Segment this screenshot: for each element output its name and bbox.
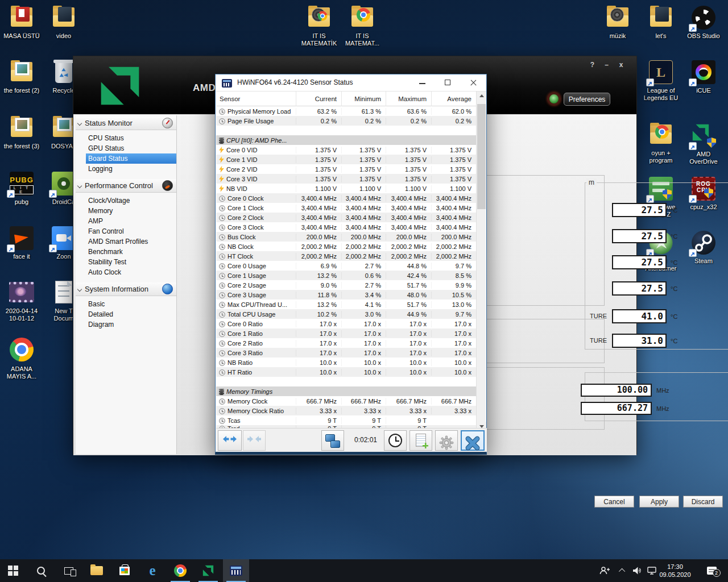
column-header-average[interactable]: Average [431, 92, 476, 106]
sensor-row[interactable]: NB VID1.100 V1.100 V1.100 V1.100 V [216, 184, 476, 193]
taskbar-start-button[interactable] [0, 559, 26, 582]
sensor-row[interactable]: Core 1 Clock3,400.4 MHz3,400.4 MHz3,400.… [216, 203, 476, 213]
desktop-icon-oyun-program[interactable]: oyun +program [639, 122, 682, 164]
sensor-row[interactable]: Core 2 Ratio17.0 x17.0 x17.0 x17.0 x [216, 338, 476, 348]
sensor-row[interactable]: Core 2 Usage9.0 %2.7 %51.7 %9.9 % [216, 280, 476, 290]
people-icon[interactable] [596, 559, 613, 582]
sensor-row[interactable]: HT Clock2,000.2 MHz2,000.2 MHz2,000.2 MH… [216, 251, 476, 261]
desktop-icon-league-of-legends[interactable]: LLeague ofLegends EU [639, 59, 682, 102]
amd-minimize-button[interactable]: – [601, 61, 613, 69]
sensor-row[interactable]: Memory Clock666.7 MHz666.7 MHz666.7 MHz6… [216, 396, 476, 406]
amd-close-button[interactable]: x [615, 61, 627, 69]
clock-button[interactable] [384, 430, 407, 451]
hwinfo-close-button[interactable] [461, 74, 486, 91]
sidebar-section-status-monitor[interactable]: Status Monitor [76, 117, 176, 130]
sensor-row[interactable]: Page File Usage0.2 %0.2 %0.2 %0.2 % [216, 116, 476, 126]
sensor-table-header[interactable]: SensorCurrentMinimumMaximumAverage [216, 92, 476, 106]
remote-monitoring-button[interactable] [321, 430, 344, 451]
sidebar-item-gpu-status[interactable]: GPU Status [76, 143, 176, 153]
settings-button[interactable] [435, 430, 458, 451]
sensor-row[interactable]: Core 1 Ratio17.0 x17.0 x17.0 x17.0 x [216, 329, 476, 338]
taskbar-file-explorer-button[interactable] [84, 559, 110, 582]
hwinfo-minimize-button[interactable] [410, 74, 435, 91]
sensor-row[interactable]: Core 1 Usage13.2 %0.6 %42.4 %8.5 % [216, 271, 476, 280]
navigate-arrows-button[interactable] [218, 430, 242, 451]
cancel-button[interactable]: Cancel [594, 496, 634, 508]
sensor-row[interactable]: Physical Memory Load63.2 %61.3 %63.6 %62… [216, 106, 476, 116]
desktop-icon-video-2020-04-14[interactable]: 2020-04-1410-01-12 [0, 280, 43, 322]
sidebar-item-amd-smart-profiles[interactable]: AMD Smart Profiles [76, 236, 176, 247]
desktop-icon-the-forest-2[interactable]: the forest (2) [0, 59, 43, 94]
hwinfo-maximize-button[interactable] [435, 74, 461, 91]
sidebar-item-fan-control[interactable]: Fan Control [76, 226, 176, 236]
tray-overflow-chevron-icon[interactable] [615, 559, 630, 582]
column-header-sensor[interactable]: Sensor [216, 92, 296, 106]
taskbar-store-button[interactable] [111, 559, 138, 582]
taskbar-edge-button[interactable]: e [139, 559, 166, 582]
sidebar-item-diagram[interactable]: Diagram [76, 319, 176, 330]
desktop-icon-adana-mayis[interactable]: ADANAMAYIS A... [0, 336, 43, 380]
preferences-button[interactable]: Preferences [564, 93, 610, 106]
sidebar-item-auto-clock[interactable]: Auto Clock [76, 267, 176, 277]
sensor-row[interactable]: Core 0 Clock3,400.4 MHz3,400.4 MHz3,400.… [216, 193, 476, 203]
collapse-arrows-button[interactable] [243, 430, 266, 451]
close-button[interactable] [461, 430, 485, 451]
sensor-row[interactable]: Core 2 VID1.375 V1.375 V1.375 V1.375 V [216, 164, 476, 174]
sensor-row[interactable]: Core 3 Usage11.8 %3.4 %48.0 %10.5 % [216, 290, 476, 300]
sensor-row[interactable]: Max CPU/Thread U...13.2 %4.1 %51.7 %13.0… [216, 300, 476, 309]
sensor-section-row[interactable]: CPU [#0]: AMD Phe... [216, 135, 476, 145]
sidebar-item-amp[interactable]: AMP [76, 216, 176, 226]
apply-button[interactable]: Apply [639, 496, 679, 508]
clock[interactable]: 17:30 09.05.2020 [655, 563, 695, 579]
sensor-row[interactable]: Bus Clock200.0 MHz200.0 MHz200.0 MHz200.… [216, 232, 476, 242]
sidebar-item-basic[interactable]: Basic [76, 299, 176, 309]
sensor-row[interactable]: NB Ratio10.0 x10.0 x10.0 x10.0 x [216, 357, 476, 367]
taskbar-chrome-button[interactable] [167, 559, 193, 582]
sensor-row[interactable]: Core 0 Ratio17.0 x17.0 x17.0 x17.0 x [216, 319, 476, 329]
volume-icon[interactable] [630, 559, 645, 582]
sidebar-section-system-information[interactable]: System Information [76, 282, 176, 296]
scroll-up-button[interactable] [477, 92, 486, 101]
sensor-row[interactable]: Core 3 Ratio17.0 x17.0 x17.0 x17.0 x [216, 348, 476, 357]
sidebar-item-stability-test[interactable]: Stability Test [76, 257, 176, 267]
sensor-row[interactable]: Core 2 Clock3,400.4 MHz3,400.4 MHz3,400.… [216, 213, 476, 222]
desktop-icon-muzik[interactable]: müzik [596, 5, 639, 40]
taskbar-task-view-button[interactable] [56, 559, 82, 582]
sidebar-item-logging[interactable]: Logging [76, 164, 176, 174]
sensor-row[interactable]: NB Clock2,000.2 MHz2,000.2 MHz2,000.2 MH… [216, 242, 476, 251]
sidebar-section-performance-control[interactable]: Performance Control [76, 179, 176, 193]
column-header-maximum[interactable]: Maximum [386, 92, 431, 106]
sidebar-item-memory[interactable]: Memory [76, 206, 176, 216]
desktop-icon-it-is-matemat[interactable]: IT ISMATEMAT... [341, 5, 384, 47]
desktop-icon-lets[interactable]: let's [639, 5, 682, 40]
column-header-minimum[interactable]: Minimum [341, 92, 386, 106]
sidebar-item-detailed[interactable]: Detailed [76, 309, 176, 319]
desktop-icon-video[interactable]: video [42, 5, 85, 40]
sensor-row[interactable]: Memory Clock Ratio3.33 x3.33 x3.33 x3.33… [216, 406, 476, 415]
sidebar-item-cpu-status[interactable]: CPU Status [76, 133, 176, 143]
sidebar-item-board-status[interactable]: Board Status [86, 153, 176, 164]
scrollbar-thumb[interactable] [477, 104, 486, 209]
create-report-button[interactable] [410, 430, 432, 451]
action-center-icon[interactable]: 2 [703, 559, 720, 582]
sidebar-item-benchmark[interactable]: Benchmark [76, 247, 176, 257]
desktop-icon-pubg[interactable]: PUBGL I T Epubg [0, 171, 43, 206]
sensor-row[interactable]: Core 3 Clock3,400.4 MHz3,400.4 MHz3,400.… [216, 222, 476, 232]
sensor-row[interactable]: Tcas9 T9 T9 T [216, 415, 476, 425]
desktop-icon-it-is-matematik[interactable]: IT ISMATEMATİK [297, 5, 341, 47]
column-header-current[interactable]: Current [296, 92, 341, 106]
sensor-row[interactable]: Core 0 Usage6.9 %2.7 %44.8 %9.7 % [216, 261, 476, 271]
desktop-icon-masa-ustu[interactable]: MASA ÜSTÜ [0, 5, 43, 40]
desktop-icon-obs-studio[interactable]: OBS Studio [682, 5, 725, 40]
desktop-icon-amd-overdrive[interactable]: AMDOverDrive [682, 122, 725, 165]
sensor-row[interactable]: HT Ratio10.0 x10.0 x10.0 x10.0 x [216, 367, 476, 377]
taskbar-hwinfo-button[interactable] [223, 559, 249, 582]
sensor-row[interactable]: Total CPU Usage10.2 %3.0 %44.9 %9.7 % [216, 309, 476, 319]
taskbar-search-button[interactable] [28, 559, 54, 582]
desktop-icon-the-forest-3[interactable]: the forest (3) [0, 115, 43, 150]
hwinfo-title-bar[interactable]: HWiNFO64 v6.24-4120 Sensor Status [216, 74, 486, 92]
sensor-section-row[interactable]: Memory Timings [216, 386, 476, 396]
sidebar-item-clock-voltage[interactable]: Clock/Voltage [76, 196, 176, 206]
sensor-row[interactable]: Core 0 VID1.375 V1.375 V1.375 V1.375 V [216, 145, 476, 155]
desktop-icon-icue[interactable]: iCUE [682, 59, 725, 94]
